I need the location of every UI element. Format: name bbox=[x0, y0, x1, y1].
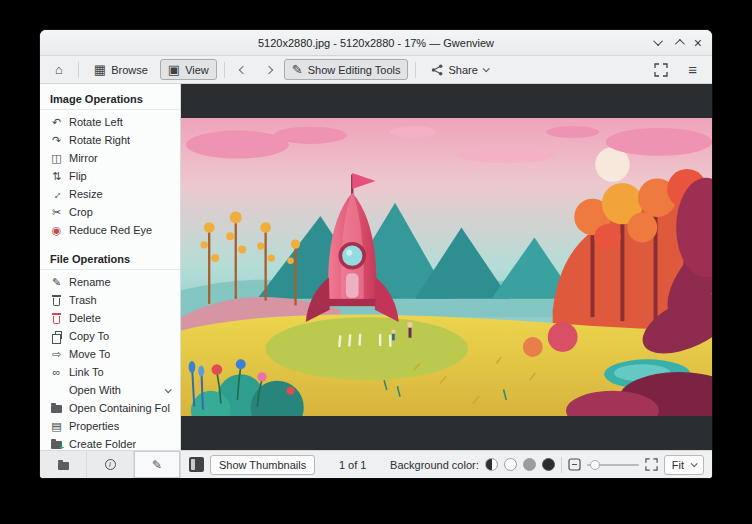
share-label: Share bbox=[448, 64, 477, 76]
zoom-slider-handle[interactable] bbox=[590, 460, 600, 470]
item-label: Flip bbox=[69, 170, 87, 182]
sidebar-item-move-to[interactable]: ⇨ Move To bbox=[40, 345, 180, 363]
close-button[interactable]: × bbox=[694, 36, 702, 50]
item-label: Open With bbox=[69, 384, 121, 396]
chevron-down-icon bbox=[165, 386, 172, 393]
sidebar-item-trash[interactable]: Trash bbox=[40, 291, 180, 309]
resize-icon: ↔ bbox=[49, 186, 65, 202]
trash-icon bbox=[53, 298, 60, 306]
item-label: Mirror bbox=[69, 152, 98, 164]
plus-icon: + bbox=[59, 444, 64, 450]
delete-icon bbox=[53, 316, 60, 324]
item-label: Open Containing Folder bbox=[69, 402, 170, 414]
sidebar-item-crop[interactable]: ✂ Crop bbox=[40, 203, 180, 221]
window-title: 5120x2880.jpg - 5120x2880 - 17% — Gwenvi… bbox=[258, 37, 494, 49]
view-icon: ▣ bbox=[168, 63, 180, 76]
browse-label: Browse bbox=[111, 64, 148, 76]
rename-icon: ✎ bbox=[50, 277, 63, 288]
view-button[interactable]: ▣ View bbox=[160, 59, 217, 80]
rotate-left-icon: ↶ bbox=[50, 117, 63, 128]
hamburger-menu-icon: ≡ bbox=[688, 62, 697, 77]
zoom-fit-button[interactable] bbox=[645, 458, 658, 471]
tab-folders[interactable] bbox=[40, 451, 87, 478]
sidebar-item-copy-to[interactable]: Copy To bbox=[40, 327, 180, 345]
sidebar-item-rotate-left[interactable]: ↶ Rotate Left bbox=[40, 113, 180, 131]
copy-icon bbox=[55, 331, 62, 339]
folders-tab-icon bbox=[58, 462, 69, 470]
background-swatch-gray[interactable] bbox=[523, 458, 536, 471]
show-thumbnails-button[interactable]: Show Thumbnails bbox=[210, 455, 315, 475]
create-folder-icon: + bbox=[51, 441, 62, 449]
maximize-button[interactable] bbox=[675, 39, 682, 46]
sidebar-item-flip[interactable]: ⇅ Flip bbox=[40, 167, 180, 185]
forward-button[interactable] bbox=[258, 63, 280, 77]
sidebar-item-open-containing-folder[interactable]: Open Containing Folder bbox=[40, 399, 180, 417]
red-eye-icon: ◉ bbox=[50, 225, 63, 236]
tab-operations[interactable]: ✎ bbox=[134, 451, 180, 478]
share-button[interactable]: Share bbox=[423, 60, 495, 80]
sidebar-tab-strip: i ✎ bbox=[40, 450, 181, 478]
item-label: Crop bbox=[69, 206, 93, 218]
sidebar-item-reduce-red-eye[interactable]: ◉ Reduce Red Eye bbox=[40, 221, 180, 239]
zoom-mode-combobox[interactable]: Fit bbox=[664, 455, 704, 475]
sidebar-item-properties[interactable]: ▤ Properties bbox=[40, 417, 180, 435]
hamburger-menu-button[interactable]: ≡ bbox=[680, 58, 705, 81]
close-icon: × bbox=[694, 36, 702, 50]
browse-icon: ▦ bbox=[94, 63, 106, 76]
statusbar-separator bbox=[561, 457, 562, 473]
item-label: Reduce Red Eye bbox=[69, 224, 152, 236]
gwenview-window: 5120x2880.jpg - 5120x2880 - 17% — Gwenvi… bbox=[40, 30, 712, 478]
share-dropdown-icon bbox=[482, 65, 489, 72]
image-canvas[interactable] bbox=[181, 84, 712, 450]
image-operations-header: Image Operations bbox=[40, 87, 180, 110]
background-color-label: Background color: bbox=[390, 459, 479, 471]
chevron-down-icon bbox=[691, 460, 698, 467]
pencil-tab-icon: ✎ bbox=[152, 458, 162, 472]
sidebar-item-rotate-right[interactable]: ↷ Rotate Right bbox=[40, 131, 180, 149]
toolbar-separator bbox=[415, 62, 416, 78]
tab-information[interactable]: i bbox=[87, 451, 134, 478]
item-label: Copy To bbox=[69, 330, 109, 342]
background-swatch-black[interactable] bbox=[542, 458, 555, 471]
maximize-icon bbox=[675, 39, 685, 49]
sidebar-item-open-with[interactable]: Open With bbox=[40, 381, 180, 399]
item-label: Delete bbox=[69, 312, 101, 324]
share-icon bbox=[431, 64, 443, 76]
back-button[interactable] bbox=[232, 63, 254, 77]
sidebar-item-rename[interactable]: ✎ Rename bbox=[40, 273, 180, 291]
item-label: Rotate Left bbox=[69, 116, 123, 128]
sidebar-item-mirror[interactable]: ◫ Mirror bbox=[40, 149, 180, 167]
item-label: Rotate Right bbox=[69, 134, 130, 146]
item-label: Trash bbox=[69, 294, 97, 306]
folder-icon bbox=[51, 405, 62, 413]
file-operations-header: File Operations bbox=[40, 247, 180, 270]
sidebar-item-create-folder[interactable]: + Create Folder bbox=[40, 435, 180, 450]
toolbar-separator bbox=[78, 62, 79, 78]
zoom-out-button[interactable] bbox=[568, 458, 581, 471]
item-label: Resize bbox=[69, 188, 103, 200]
background-swatch-white[interactable] bbox=[504, 458, 517, 471]
browse-button[interactable]: ▦ Browse bbox=[86, 59, 156, 80]
sidebar-item-resize[interactable]: ↔ Resize bbox=[40, 185, 180, 203]
sidebar-item-delete[interactable]: Delete bbox=[40, 309, 180, 327]
titlebar[interactable]: 5120x2880.jpg - 5120x2880 - 17% — Gwenvi… bbox=[40, 30, 712, 56]
flip-icon: ⇅ bbox=[50, 171, 63, 182]
item-label: Rename bbox=[69, 276, 111, 288]
show-editing-tools-button[interactable]: ✎ Show Editing Tools bbox=[284, 59, 409, 80]
view-label: View bbox=[185, 64, 209, 76]
sidebar-item-link-to[interactable]: ∞ Link To bbox=[40, 363, 180, 381]
background-swatch-auto[interactable] bbox=[485, 458, 498, 471]
main-toolbar: ⌂ ▦ Browse ▣ View ✎ Show Editing Tools S… bbox=[40, 56, 712, 84]
fullscreen-button[interactable] bbox=[646, 59, 676, 81]
item-label: Create Folder bbox=[69, 438, 136, 450]
item-label: Link To bbox=[69, 366, 104, 378]
properties-icon: ▤ bbox=[50, 421, 63, 432]
minimize-button[interactable] bbox=[656, 39, 663, 46]
info-icon: i bbox=[105, 459, 116, 470]
fullscreen-icon bbox=[654, 63, 668, 77]
home-button[interactable]: ⌂ bbox=[47, 59, 71, 80]
zoom-slider[interactable] bbox=[587, 458, 639, 472]
zoom-mode-value: Fit bbox=[672, 459, 684, 471]
zoom-fit-icon bbox=[645, 458, 658, 471]
thumbnail-bar-toggle[interactable] bbox=[189, 457, 204, 472]
